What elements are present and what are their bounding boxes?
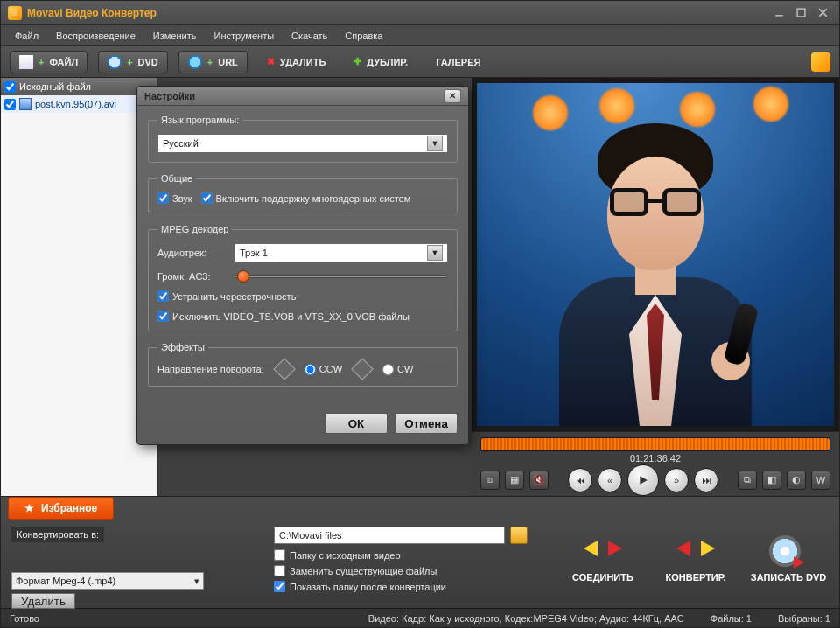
overwrite-option[interactable]: Заменить существующие файлы	[274, 565, 437, 576]
cw-radio[interactable]: CW	[382, 364, 413, 375]
browse-folder-button[interactable]	[510, 527, 528, 544]
puzzle-icon[interactable]	[811, 52, 830, 72]
menu-tools[interactable]: Инструменты	[206, 28, 281, 44]
file-list-header-label: Исходный файл	[19, 81, 91, 92]
multicore-checkbox[interactable]: Включить поддержку многоядерных систем	[201, 192, 411, 204]
format-select[interactable]: Формат Mpeg-4 (.mp4)	[11, 572, 204, 590]
language-legend: Язык программы:	[158, 115, 242, 125]
video-preview[interactable]	[477, 83, 834, 426]
forward-button[interactable]: »	[664, 468, 689, 492]
go-start-button[interactable]: ⏮	[568, 468, 592, 492]
go-end-button[interactable]: ⏭	[694, 468, 718, 492]
deinterlace-checkbox[interactable]: Устранить чересстрочность	[158, 290, 448, 302]
cancel-button[interactable]: Отмена	[395, 413, 458, 434]
disc-icon	[769, 535, 801, 567]
video-file-icon	[19, 98, 32, 110]
language-group: Язык программы: Русский ▼	[148, 115, 458, 163]
file-list-header[interactable]: Исходный файл	[1, 78, 158, 95]
menu-file[interactable]: Файл	[8, 28, 46, 44]
menu-edit[interactable]: Изменить	[146, 28, 204, 44]
file-row[interactable]: post.kvn.95(07).avi	[1, 95, 158, 113]
file-list: Исходный файл post.kvn.95(07).avi	[1, 78, 158, 496]
add-file-button[interactable]: + ФАЙЛ	[10, 51, 88, 73]
convert-to-label: Конвертировать в:	[11, 527, 104, 542]
sound-checkbox[interactable]: Звук	[158, 192, 192, 204]
transport-panel: 01:21:36.42 ⧈ ▦ 🔇 ⏮ « » ⏭ ⧉ ◧ ◐	[472, 431, 839, 496]
snapshot-button[interactable]: ◧	[762, 471, 781, 490]
burn-label: ЗАПИСАТЬ DVD	[751, 572, 826, 583]
plus-icon: +	[38, 57, 44, 67]
menu-help[interactable]: Справка	[338, 28, 389, 44]
crop-button[interactable]: ⧉	[738, 471, 757, 490]
same-folder-option[interactable]: Папку с исходным видео	[274, 549, 401, 561]
play-button[interactable]	[627, 464, 659, 496]
convert-label: КОНВЕРТИР.	[665, 572, 725, 583]
seek-bar[interactable]	[480, 437, 830, 451]
dvd-icon	[108, 55, 122, 69]
dialog-titlebar[interactable]: Настройки ✕	[137, 87, 468, 106]
ac3-label: Громк. AC3:	[158, 271, 226, 282]
watermark-button[interactable]: W	[811, 471, 830, 490]
language-value: Русский	[163, 138, 199, 149]
open-after-option[interactable]: Показать папку после конвертации	[274, 581, 446, 592]
rewind-button[interactable]: «	[598, 468, 622, 492]
gallery-label: ГАЛЕРЕЯ	[436, 57, 480, 67]
favorites-label: Избранное	[41, 502, 97, 514]
duplicate-button[interactable]: ✚ ДУБЛИР.	[345, 51, 416, 73]
file-row-checkbox[interactable]	[4, 99, 16, 110]
add-dvd-button[interactable]: + DVD	[98, 51, 168, 73]
gallery-button[interactable]: ГАЛЕРЕЯ	[427, 51, 489, 73]
select-all-checkbox[interactable]	[4, 81, 16, 93]
dialog-close-button[interactable]: ✕	[444, 89, 461, 103]
ccw-radio[interactable]: CCW	[304, 364, 342, 375]
output-path-value: C:\Movavi files	[279, 530, 342, 541]
mute-button[interactable]: 🔇	[529, 471, 549, 490]
close-button[interactable]	[813, 6, 832, 20]
audiotrack-label: Аудиотрек:	[158, 248, 226, 258]
menu-playback[interactable]: Воспроизведение	[49, 28, 143, 44]
rotation-label: Направление поворота:	[158, 364, 264, 374]
format-value: Формат Mpeg-4 (.mp4)	[16, 576, 116, 586]
app-title: Movavi Видео Конвертер	[27, 7, 157, 19]
general-legend: Общие	[158, 173, 196, 184]
exclude-vob-checkbox[interactable]: Исключить VIDEO_TS.VOB и VTS_XX_0.VOB фа…	[158, 311, 448, 322]
language-select[interactable]: Русский ▼	[158, 134, 448, 153]
convert-icon	[676, 535, 715, 565]
file-row-name: post.kvn.95(07).avi	[35, 99, 116, 109]
delete-icon: ✖	[267, 56, 275, 67]
ac3-volume-slider[interactable]	[234, 275, 448, 278]
mark-in-button[interactable]: ⧈	[480, 471, 500, 490]
mpeg-legend: MPEG декодер	[158, 224, 232, 234]
burn-dvd-button[interactable]: ЗАПИСАТЬ DVD	[745, 520, 832, 598]
maximize-button[interactable]	[791, 6, 810, 20]
time-label: 01:21:36.42	[472, 453, 839, 464]
app-icon	[8, 6, 22, 20]
adjust-button[interactable]: ◐	[787, 471, 806, 490]
effects-legend: Эффекты	[158, 342, 208, 352]
add-dvd-label: DVD	[138, 57, 158, 67]
mark-out-button[interactable]: ▦	[505, 471, 524, 490]
menu-download[interactable]: Скачать	[284, 28, 334, 44]
add-url-button[interactable]: + URL	[178, 51, 248, 73]
delete-button[interactable]: ✖ УДАЛИТЬ	[258, 51, 334, 73]
output-path-input[interactable]: C:\Movavi files	[274, 527, 505, 544]
join-button[interactable]: СОЕДИНИТЬ	[559, 520, 647, 598]
convert-button[interactable]: КОНВЕРТИР.	[652, 520, 739, 598]
remove-preset-button[interactable]: Удалить	[11, 593, 75, 609]
audiotrack-select[interactable]: Трэк 1 ▼	[234, 243, 448, 262]
status-info: Видео: Кадр: Как у исходного, Кодек:MPEG…	[368, 613, 684, 624]
chevron-down-icon: ▼	[427, 136, 443, 151]
settings-dialog: Настройки ✕ Язык программы: Русский ▼ Об…	[136, 86, 469, 445]
ok-button[interactable]: ОК	[325, 413, 388, 434]
plus-icon: +	[127, 57, 132, 67]
duplicate-label: ДУБЛИР.	[367, 57, 408, 67]
favorites-button[interactable]: ★ Избранное	[8, 497, 114, 520]
svg-rect-0	[797, 9, 805, 17]
chevron-down-icon: ▼	[427, 245, 443, 261]
globe-icon	[188, 55, 202, 69]
minimize-button[interactable]	[769, 6, 788, 20]
dialog-title: Настройки	[144, 91, 195, 101]
add-file-label: ФАЙЛ	[49, 57, 78, 67]
star-icon: ★	[24, 502, 34, 514]
status-selected: Выбраны: 1	[778, 613, 830, 624]
